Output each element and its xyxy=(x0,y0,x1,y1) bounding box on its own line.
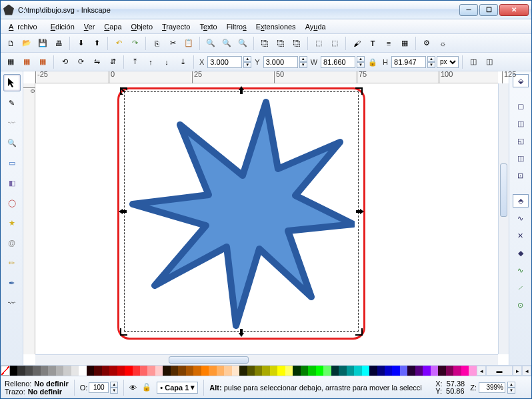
paste-button[interactable]: 📋 xyxy=(181,36,196,51)
cut-button[interactable]: ✂ xyxy=(165,36,180,51)
group-button[interactable]: ⬚ xyxy=(311,36,326,51)
vertical-scrollbar[interactable] xyxy=(498,83,509,354)
raise-top-button[interactable]: ⤒ xyxy=(127,55,142,69)
resize-handle-se[interactable] xyxy=(355,328,363,336)
print-button[interactable]: 🖶 xyxy=(51,36,66,51)
ellipse-tool[interactable]: ◯ xyxy=(3,194,21,212)
ruler-horizontal[interactable]: -25 0 25 50 75 100 125 xyxy=(35,71,498,83)
affect-stroke-button[interactable]: ◫ xyxy=(466,55,481,69)
resize-handle-n[interactable] xyxy=(237,86,245,94)
palette-scroll-thumb[interactable]: ▬ xyxy=(486,366,513,376)
menu-edicion[interactable]: Edición xyxy=(47,21,79,32)
snap-bbox-edge[interactable]: ◫ xyxy=(513,117,529,130)
color-swatch[interactable] xyxy=(79,366,86,376)
duplicate-button[interactable]: ⿻ xyxy=(257,36,272,51)
layer-selector[interactable]: • Capa 1 ▾ xyxy=(157,382,198,394)
unlink-button[interactable]: ⿻ xyxy=(289,36,304,51)
menu-filtros[interactable]: Filtros xyxy=(223,21,251,32)
color-swatch[interactable] xyxy=(446,366,453,376)
zoom-sel-button[interactable]: 🔍 xyxy=(203,36,218,51)
color-swatch[interactable] xyxy=(385,366,392,376)
pencil-tool[interactable]: ✏ xyxy=(3,254,21,272)
color-swatch[interactable] xyxy=(163,366,170,376)
snap-smooth[interactable]: ∿ xyxy=(513,264,529,277)
color-swatch[interactable] xyxy=(438,366,445,376)
color-swatch[interactable] xyxy=(33,366,40,376)
affect-corners-button[interactable]: ◫ xyxy=(482,55,497,69)
color-swatch[interactable] xyxy=(247,366,255,376)
resize-handle-ne[interactable] xyxy=(355,87,363,95)
resize-handle-e[interactable] xyxy=(356,208,364,216)
import-button[interactable]: ⬇ xyxy=(73,36,88,51)
y-input[interactable] xyxy=(263,56,298,68)
color-swatch[interactable] xyxy=(323,366,331,376)
spiral-tool[interactable]: @ xyxy=(3,234,21,252)
menu-ayuda[interactable]: Ayuda xyxy=(301,21,330,32)
save-button[interactable]: 💾 xyxy=(35,36,50,51)
star-object[interactable] xyxy=(128,97,355,332)
resize-handle-w[interactable] xyxy=(119,208,127,216)
titlebar[interactable]: C:\tmp\dibujo.svg - Inkscape ─ ☐ ✕ xyxy=(1,1,531,19)
star-tool[interactable]: ★ xyxy=(3,214,21,232)
zoom-spinner[interactable]: ▲▼ xyxy=(507,382,515,394)
color-swatch[interactable] xyxy=(117,366,125,376)
color-swatch[interactable] xyxy=(171,366,178,376)
ungroup-button[interactable]: ⬚ xyxy=(327,36,342,51)
color-swatch[interactable] xyxy=(469,366,476,376)
open-button[interactable]: 📂 xyxy=(19,36,34,51)
color-swatch[interactable] xyxy=(461,366,469,376)
no-color-swatch[interactable] xyxy=(1,366,10,376)
color-swatch[interactable] xyxy=(407,366,415,376)
deselect-button[interactable]: ▦ xyxy=(35,55,50,69)
snap-intersect[interactable]: ✕ xyxy=(513,229,529,242)
color-swatch[interactable] xyxy=(277,366,285,376)
align-button[interactable]: ▦ xyxy=(397,36,412,51)
color-swatch[interactable] xyxy=(347,366,354,376)
color-swatch[interactable] xyxy=(232,366,239,376)
xml-button[interactable]: ≡ xyxy=(381,36,396,51)
3dbox-tool[interactable]: ◧ xyxy=(3,174,21,191)
color-swatch[interactable] xyxy=(369,366,377,376)
prefs-button[interactable]: ⚙ xyxy=(419,36,434,51)
copy-button[interactable]: ⎘ xyxy=(149,36,164,51)
opacity-input[interactable] xyxy=(89,382,109,393)
menu-trayecto[interactable]: Trayecto xyxy=(158,21,194,32)
fill-stroke-indicator[interactable]: Relleno: No definir Trazo: No definir xyxy=(5,380,69,396)
bezier-tool[interactable]: ✒ xyxy=(3,274,21,292)
menu-ver[interactable]: Ver xyxy=(80,21,99,32)
lower-button[interactable]: ↓ xyxy=(159,55,174,69)
docprops-button[interactable]: ☼ xyxy=(435,36,450,51)
color-swatch[interactable] xyxy=(308,366,315,376)
snap-nodes[interactable]: ⬘ xyxy=(513,194,529,208)
raise-button[interactable]: ↑ xyxy=(143,55,158,69)
color-swatch[interactable] xyxy=(102,366,109,376)
snap-bbox-mid[interactable]: ◫ xyxy=(513,151,529,165)
zoom-page-button[interactable]: 🔍 xyxy=(235,36,250,51)
zoom-draw-button[interactable]: 🔍 xyxy=(219,36,234,51)
color-swatch[interactable] xyxy=(285,366,293,376)
color-swatch[interactable] xyxy=(209,366,216,376)
node-tool[interactable]: ✎ xyxy=(3,94,21,111)
color-swatch[interactable] xyxy=(48,366,55,376)
w-spinner[interactable]: ▲▼ xyxy=(357,56,365,68)
ruler-vertical[interactable]: 0 xyxy=(23,83,35,354)
color-swatch[interactable] xyxy=(224,366,231,376)
flip-h-button[interactable]: ⇋ xyxy=(89,55,104,69)
unit-select[interactable]: px xyxy=(437,56,459,68)
rotate-ccw-button[interactable]: ⟲ xyxy=(57,55,72,69)
undo-button[interactable]: ↶ xyxy=(111,36,126,51)
color-swatch[interactable] xyxy=(147,366,155,376)
x-input[interactable] xyxy=(207,56,242,68)
layer-visibility-toggle[interactable]: 👁 xyxy=(129,384,137,392)
color-swatch[interactable] xyxy=(10,366,17,376)
color-swatch[interactable] xyxy=(63,366,71,376)
zoom-input[interactable] xyxy=(479,382,505,393)
color-swatch[interactable] xyxy=(94,366,101,376)
color-swatch[interactable] xyxy=(201,366,209,376)
color-swatch[interactable] xyxy=(377,366,385,376)
minimize-button[interactable]: ─ xyxy=(459,4,478,16)
select-layers-button[interactable]: ▦ xyxy=(19,55,34,69)
color-swatch[interactable] xyxy=(239,366,247,376)
lock-aspect-button[interactable]: 🔒 xyxy=(366,57,379,67)
x-spinner[interactable]: ▲▼ xyxy=(243,56,251,68)
